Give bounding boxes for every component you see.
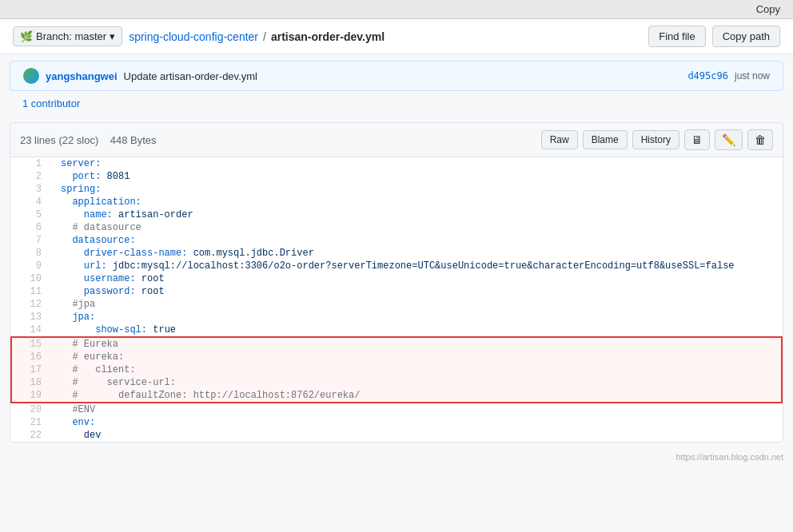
line-number: 22 <box>11 429 51 442</box>
top-bar-left: 🌿 Branch: master ▾ spring-cloud-config-c… <box>13 26 385 46</box>
commit-bar: yangshangwei Update artisan-order-dev.ym… <box>10 61 783 91</box>
history-button[interactable]: History <box>632 130 679 149</box>
line-number: 14 <box>11 324 51 337</box>
edit-icon-button[interactable]: ✏️ <box>715 129 743 150</box>
line-number: 5 <box>11 208 51 221</box>
chevron-down-icon: ▾ <box>110 30 115 42</box>
table-row: 6 # datasource <box>11 221 782 234</box>
line-code: port: 8081 <box>51 170 782 183</box>
table-row: 15 # Eureka <box>11 337 782 351</box>
line-number: 15 <box>11 337 51 351</box>
code-table: 1server:2 port: 80813spring:4 applicatio… <box>10 157 783 442</box>
line-number: 4 <box>11 196 51 208</box>
line-code: server: <box>51 157 782 170</box>
line-number: 20 <box>11 403 51 416</box>
line-code: name: artisan-order <box>51 208 782 221</box>
table-row: 2 port: 8081 <box>11 170 782 183</box>
line-number: 17 <box>11 363 51 376</box>
line-number: 18 <box>11 376 51 389</box>
copy-path-button[interactable]: Copy path <box>712 26 780 47</box>
commit-time: just now <box>735 70 770 81</box>
line-number: 2 <box>11 170 51 183</box>
line-number: 19 <box>11 389 51 403</box>
table-row: 17 # client: <box>11 363 782 376</box>
find-file-button[interactable]: Find file <box>648 26 706 47</box>
breadcrumb-separator: / <box>263 30 266 43</box>
blame-button[interactable]: Blame <box>583 130 628 149</box>
breadcrumb: spring-cloud-config-center / artisan-ord… <box>129 30 385 43</box>
line-number: 3 <box>11 183 51 196</box>
line-code: # Eureka <box>51 337 782 351</box>
top-bar-right: Find file Copy path <box>648 26 780 47</box>
code-view: 1server:2 port: 80813spring:4 applicatio… <box>10 157 783 442</box>
table-row: 3spring: <box>11 183 782 196</box>
commit-left: yangshangwei Update artisan-order-dev.ym… <box>23 68 257 84</box>
line-code: datasource: <box>51 234 782 247</box>
line-number: 21 <box>11 416 51 429</box>
line-number: 1 <box>11 157 51 170</box>
line-code: password: root <box>51 285 782 298</box>
table-row: 13 jpa: <box>11 311 782 324</box>
desktop-icon-button[interactable]: 🖥 <box>684 129 710 150</box>
line-code: # datasource <box>51 221 782 234</box>
copy-bar: Copy <box>0 0 793 19</box>
line-number: 8 <box>11 247 51 260</box>
line-number: 7 <box>11 234 51 247</box>
table-row: 11 password: root <box>11 285 782 298</box>
branch-icon: 🌿 <box>20 30 33 42</box>
branch-label: Branch: master <box>36 30 106 42</box>
copy-label: Copy <box>756 3 780 15</box>
table-row: 10 username: root <box>11 272 782 285</box>
table-row: 14 show-sql: true <box>11 324 782 337</box>
file-meta: 23 lines (22 sloc) 448 Bytes <box>20 134 157 146</box>
table-row: 7 datasource: <box>11 234 782 247</box>
table-row: 16 # eureka: <box>11 351 782 363</box>
line-code: driver-class-name: com.mysql.jdbc.Driver <box>51 247 782 260</box>
table-row: 20 #ENV <box>11 403 782 416</box>
raw-button[interactable]: Raw <box>541 130 578 149</box>
commit-hash[interactable]: d495c96 <box>687 70 728 81</box>
commit-message: Update artisan-order-dev.yml <box>124 70 257 82</box>
delete-icon-button[interactable]: 🗑 <box>747 129 773 150</box>
table-row: 12 #jpa <box>11 298 782 311</box>
table-row: 5 name: artisan-order <box>11 208 782 221</box>
repo-link[interactable]: spring-cloud-config-center <box>129 30 258 43</box>
line-code: # eureka: <box>51 351 782 363</box>
contributors: 1 contributor <box>0 91 793 116</box>
table-row: 1server: <box>11 157 782 170</box>
line-code: username: root <box>51 272 782 285</box>
line-code: spring: <box>51 183 782 196</box>
line-code: show-sql: true <box>51 324 782 337</box>
table-row: 19 # defaultZone: http://localhost:8762/… <box>11 389 782 403</box>
contributor-count: 1 <box>22 97 28 109</box>
line-code: # service-url: <box>51 376 782 389</box>
table-row: 8 driver-class-name: com.mysql.jdbc.Driv… <box>11 247 782 260</box>
line-code: #ENV <box>51 403 782 416</box>
file-container: 23 lines (22 sloc) 448 Bytes Raw Blame H… <box>10 122 783 443</box>
file-size: 448 Bytes <box>110 134 157 146</box>
line-code: # defaultZone: http://localhost:8762/eur… <box>51 389 782 403</box>
line-code: #jpa <box>51 298 782 311</box>
line-code: # client: <box>51 363 782 376</box>
watermark-text: https://artisan.blog.csdn.net <box>675 452 783 462</box>
table-row: 18 # service-url: <box>11 376 782 389</box>
branch-selector[interactable]: 🌿 Branch: master ▾ <box>13 26 122 46</box>
avatar <box>23 68 39 84</box>
line-number: 16 <box>11 351 51 363</box>
watermark: https://artisan.blog.csdn.net <box>0 449 793 465</box>
line-number: 6 <box>11 221 51 234</box>
commit-username[interactable]: yangshangwei <box>46 70 118 82</box>
file-actions: Raw Blame History 🖥 ✏️ 🗑 <box>541 129 773 150</box>
line-number: 9 <box>11 260 51 272</box>
line-code: url: jdbc:mysql://localhost:3306/o2o-ord… <box>51 260 782 272</box>
line-code: dev <box>51 429 782 442</box>
table-row: 21 env: <box>11 416 782 429</box>
line-code: jpa: <box>51 311 782 324</box>
line-code: env: <box>51 416 782 429</box>
table-row: 4 application: <box>11 196 782 208</box>
line-number: 10 <box>11 272 51 285</box>
contributor-label-text: contributor <box>31 97 80 109</box>
line-number: 12 <box>11 298 51 311</box>
contributor-link[interactable]: 1 contributor <box>22 97 80 109</box>
file-lines: 23 lines (22 sloc) <box>20 134 98 146</box>
